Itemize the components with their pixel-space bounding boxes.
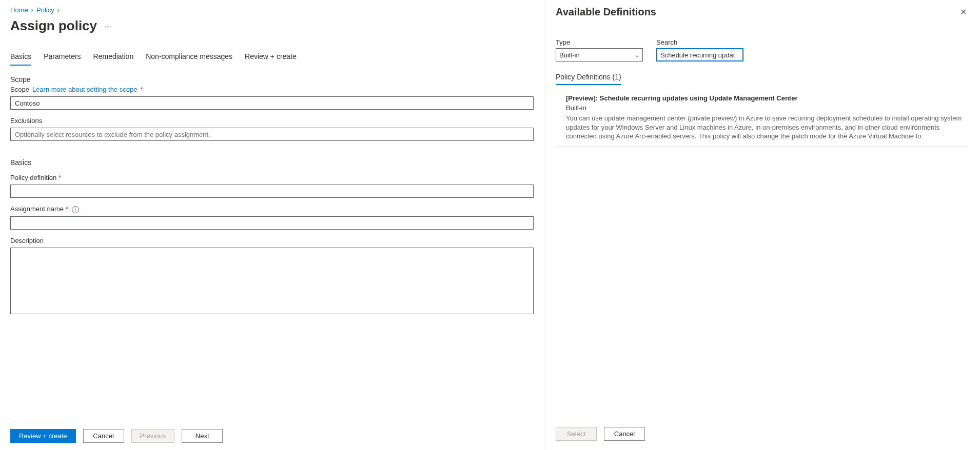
tab-noncompliance[interactable]: Non-compliance messages xyxy=(146,52,232,66)
type-filter-label: Type xyxy=(556,38,643,46)
definition-result[interactable]: [Preview]: Schedule recurring updates us… xyxy=(556,94,969,141)
policy-definition-label: Policy definition xyxy=(10,174,56,181)
tab-parameters[interactable]: Parameters xyxy=(44,52,81,66)
type-filter-value: Built-in xyxy=(559,51,580,59)
search-filter-label: Search xyxy=(656,38,743,46)
page-title: Assign policy xyxy=(10,18,97,34)
definition-result-title: [Preview]: Schedule recurring updates us… xyxy=(566,94,969,102)
scope-input[interactable] xyxy=(10,96,534,110)
learn-scope-link[interactable]: Learn more about setting the scope xyxy=(32,86,138,93)
chevron-right-icon: › xyxy=(31,6,33,14)
review-create-button[interactable]: Review + create xyxy=(10,429,76,443)
scope-label: Scope xyxy=(10,86,29,93)
assignment-name-input[interactable] xyxy=(10,216,534,230)
previous-button: Previous xyxy=(131,429,175,443)
definition-result-description: You can use update management center (pr… xyxy=(566,114,969,141)
chevron-down-icon: ⌄ xyxy=(635,52,639,58)
policy-definition-input[interactable] xyxy=(10,185,534,198)
select-button: Select xyxy=(556,427,597,441)
tabs: Basics Parameters Remediation Non-compli… xyxy=(10,52,534,66)
breadcrumb-policy[interactable]: Policy xyxy=(36,6,54,14)
chevron-right-icon: › xyxy=(57,6,60,14)
type-filter-select[interactable]: Built-in ⌄ xyxy=(556,48,643,62)
more-icon[interactable]: ··· xyxy=(104,22,112,30)
close-icon[interactable]: ✕ xyxy=(958,6,969,18)
description-textarea[interactable] xyxy=(10,248,534,314)
breadcrumb: Home › Policy › xyxy=(10,6,534,14)
info-icon[interactable]: i xyxy=(72,206,79,213)
exclusions-input[interactable] xyxy=(10,128,534,141)
main-panel: Home › Policy › Assign policy ··· Basics… xyxy=(0,0,544,450)
panel-footer: Select Cancel xyxy=(556,420,969,450)
required-marker: * xyxy=(140,86,143,93)
search-input[interactable] xyxy=(656,48,743,62)
panel-title: Available Definitions xyxy=(556,6,656,18)
cancel-button[interactable]: Cancel xyxy=(83,429,124,443)
tab-review[interactable]: Review + create xyxy=(245,52,297,66)
next-button[interactable]: Next xyxy=(182,429,223,443)
basics-heading: Basics xyxy=(10,158,534,167)
footer-bar: Review + create Cancel Previous Next xyxy=(10,422,534,450)
exclusions-label: Exclusions xyxy=(10,117,534,125)
assignment-name-label: Assignment name xyxy=(10,205,64,213)
available-definitions-panel: Available Definitions ✕ Type Built-in ⌄ … xyxy=(544,0,980,450)
panel-cancel-button[interactable]: Cancel xyxy=(604,427,645,441)
definition-result-type: Built-in xyxy=(566,104,969,112)
required-marker: * xyxy=(66,205,68,213)
policy-definitions-tab[interactable]: Policy Definitions (1) xyxy=(556,73,621,85)
description-label: Description xyxy=(10,237,44,244)
required-marker: * xyxy=(58,174,61,181)
tab-remediation[interactable]: Remediation xyxy=(93,52,134,66)
tab-basics[interactable]: Basics xyxy=(10,52,31,66)
scope-heading: Scope xyxy=(10,75,534,84)
breadcrumb-home[interactable]: Home xyxy=(10,6,28,14)
